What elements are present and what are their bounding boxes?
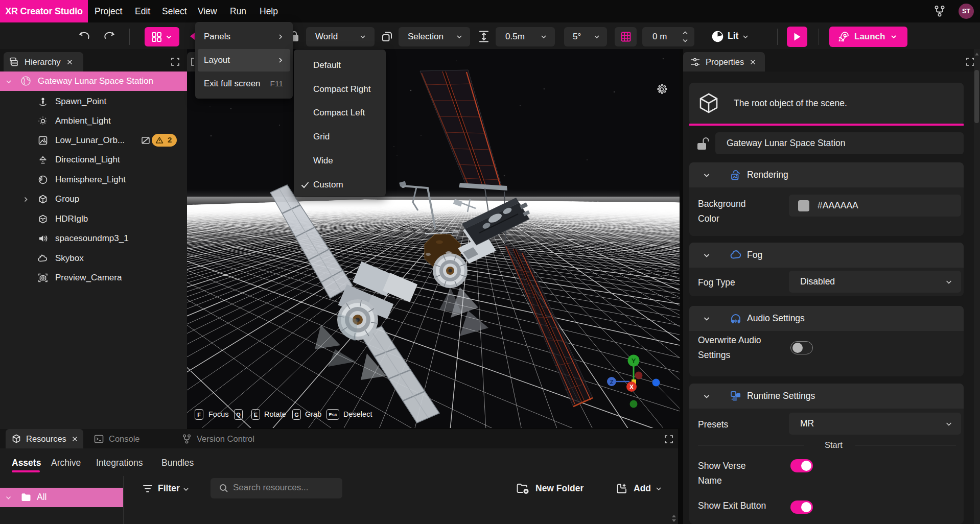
svg-text:Z: Z bbox=[610, 379, 614, 385]
svg-text:X: X bbox=[629, 384, 634, 391]
svg-text:Y: Y bbox=[632, 357, 636, 365]
